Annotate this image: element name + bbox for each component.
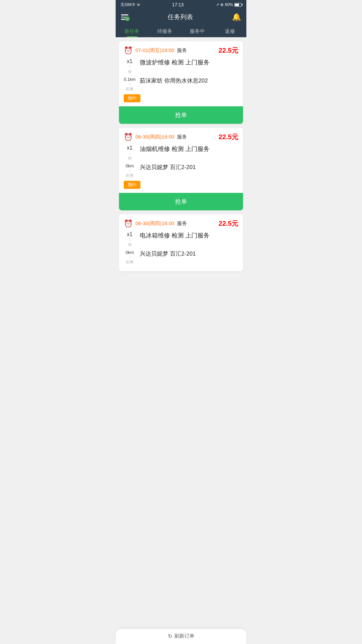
card-distance-sub-1: 距离 — [126, 87, 133, 92]
clock-icon-3: ⏰ — [124, 219, 133, 228]
card-body-3: ⏰ 06-30(周四)16:00 服务 22.5元 x1 份 电冰箱维修 检测 … — [119, 214, 243, 271]
grab-order-button-2[interactable]: 抢单 — [119, 193, 243, 210]
status-time: 17:13 — [172, 2, 184, 7]
tab-new[interactable]: 新任务 — [116, 25, 148, 37]
clock-icon-1: ⏰ — [124, 46, 133, 55]
header: ✓ 任务列表 🔔 — [116, 9, 246, 25]
meta-divider-6 — [130, 256, 130, 259]
card-distance-meta-1: 0.1km 距离 — [124, 77, 136, 92]
card-quantity-sub-2: 份 — [128, 156, 132, 161]
meta-divider-4 — [130, 169, 130, 172]
card-tag-row-1: 预约 — [124, 94, 238, 102]
card-time-row-1: ⏰ 07-01(周五)18:00 服务 — [124, 46, 187, 55]
card-price-3: 22.5元 — [219, 219, 238, 228]
card-distance-sub-2: 距离 — [126, 173, 133, 178]
menu-line-1 — [121, 14, 128, 15]
card-quantity-sub-1: 份 — [128, 69, 132, 74]
card-info-row-desc-1: x1 份 微波炉维修 检测 上门服务 — [124, 58, 238, 74]
refresh-label: 刷新订单 — [174, 633, 194, 639]
card-quantity-meta-2: x1 份 — [124, 145, 136, 161]
tab-waiting[interactable]: 待服务 — [148, 25, 181, 37]
card-address-3: 兴达贝妮梦 百汇2-201 — [140, 250, 238, 258]
check-icon: ✓ — [126, 17, 129, 20]
meta-divider-5 — [130, 238, 130, 241]
meta-divider-1 — [130, 65, 130, 68]
card-time-3: 06-30(周四)16:00 — [135, 220, 174, 227]
card-body-2: ⏰ 06-30(周四)16:00 服务 22.5元 x1 份 油烟机维修 检测 … — [119, 128, 243, 193]
card-service-label-1: 服务 — [177, 47, 187, 54]
card-header-2: ⏰ 06-30(周四)16:00 服务 22.5元 — [124, 132, 238, 142]
card-time-2: 06-30(周四)16:00 — [135, 134, 174, 140]
card-address-2: 兴达贝妮梦 百汇2-201 — [140, 163, 238, 171]
card-distance-3: 0km — [126, 250, 134, 255]
card-quantity-meta-1: x1 份 — [124, 58, 136, 74]
tag-yuyue-2: 预约 — [124, 181, 140, 189]
meta-divider-3 — [130, 152, 130, 155]
menu-button[interactable]: ✓ — [121, 14, 128, 20]
card-quantity-sub-3: 份 — [128, 242, 132, 247]
card-description-1: 微波炉维修 检测 上门服务 — [140, 58, 238, 67]
grab-order-button-1[interactable]: 抢单 — [119, 106, 243, 124]
card-description-3: 电冰箱维修 检测 上门服务 — [140, 231, 238, 240]
card-service-label-2: 服务 — [177, 134, 187, 140]
tab-return[interactable]: 返修 — [214, 25, 247, 37]
tag-yuyue-1: 预约 — [124, 94, 140, 102]
status-left: 无SIM卡 ≋ — [120, 2, 140, 8]
card-quantity-3: x1 — [127, 231, 133, 237]
card-price-1: 22.5元 — [219, 46, 238, 55]
task-list: ⏰ 07-01(周五)18:00 服务 22.5元 x1 份 微波炉维修 检测 … — [116, 37, 246, 295]
card-distance-2: 0km — [126, 163, 134, 168]
battery-percent: 60% — [225, 2, 233, 7]
clock-icon-2: ⏰ — [124, 133, 133, 142]
card-header-1: ⏰ 07-01(周五)18:00 服务 22.5元 — [124, 46, 238, 55]
meta-divider-2 — [130, 83, 130, 86]
card-quantity-2: x1 — [127, 145, 133, 151]
status-bar: 无SIM卡 ≋ 17:13 ↗ ⊕ 60% — [116, 0, 246, 9]
task-card-1: ⏰ 07-01(周五)18:00 服务 22.5元 x1 份 微波炉维修 检测 … — [119, 41, 243, 124]
battery-icon — [234, 3, 242, 7]
menu-badge: ✓ — [125, 16, 130, 21]
card-time-row-2: ⏰ 06-30(周四)16:00 服务 — [124, 133, 187, 142]
card-service-label-3: 服务 — [177, 220, 187, 227]
card-time-row-3: ⏰ 06-30(周四)16:00 服务 — [124, 219, 187, 228]
status-right: ↗ ⊕ 60% — [216, 2, 242, 7]
card-info-row-desc-2: x1 份 油烟机维修 检测 上门服务 — [124, 145, 238, 161]
card-info-row-addr-2: 0km 距离 兴达贝妮梦 百汇2-201 — [124, 163, 238, 178]
card-info-row-addr-3: 0km 距离 兴达贝妮梦 百汇2-201 — [124, 250, 238, 265]
tab-inservice[interactable]: 服务中 — [181, 25, 214, 37]
refresh-bar[interactable]: ↻ 刷新订单 — [116, 629, 246, 644]
card-distance-1: 0.1km — [124, 77, 135, 82]
tab-bar: 新任务 待服务 服务中 返修 — [116, 25, 246, 37]
card-info-row-addr-1: 0.1km 距离 茹沫家纺 你用热水休息202 — [124, 77, 238, 92]
card-header-3: ⏰ 06-30(周四)16:00 服务 22.5元 — [124, 219, 238, 228]
refresh-icon: ↻ — [168, 633, 172, 639]
task-card-3: ⏰ 06-30(周四)16:00 服务 22.5元 x1 份 电冰箱维修 检测 … — [119, 214, 243, 271]
card-body-1: ⏰ 07-01(周五)18:00 服务 22.5元 x1 份 微波炉维修 检测 … — [119, 41, 243, 106]
card-address-1: 茹沫家纺 你用热水休息202 — [140, 77, 238, 85]
card-quantity-meta-3: x1 份 — [124, 231, 136, 247]
card-tag-row-2: 预约 — [124, 181, 238, 189]
card-quantity-1: x1 — [127, 58, 133, 64]
card-info-row-desc-3: x1 份 电冰箱维修 检测 上门服务 — [124, 231, 238, 247]
card-distance-sub-3: 距离 — [126, 260, 133, 265]
task-card-2: ⏰ 06-30(周四)16:00 服务 22.5元 x1 份 油烟机维修 检测 … — [119, 128, 243, 210]
page-title: 任务列表 — [168, 13, 193, 21]
card-price-2: 22.5元 — [219, 132, 238, 142]
card-description-2: 油烟机维修 检测 上门服务 — [140, 145, 238, 153]
bell-icon[interactable]: 🔔 — [232, 13, 241, 21]
card-distance-meta-2: 0km 距离 — [124, 163, 136, 178]
card-distance-meta-3: 0km 距离 — [124, 250, 136, 265]
card-time-1: 07-01(周五)18:00 — [135, 47, 174, 54]
